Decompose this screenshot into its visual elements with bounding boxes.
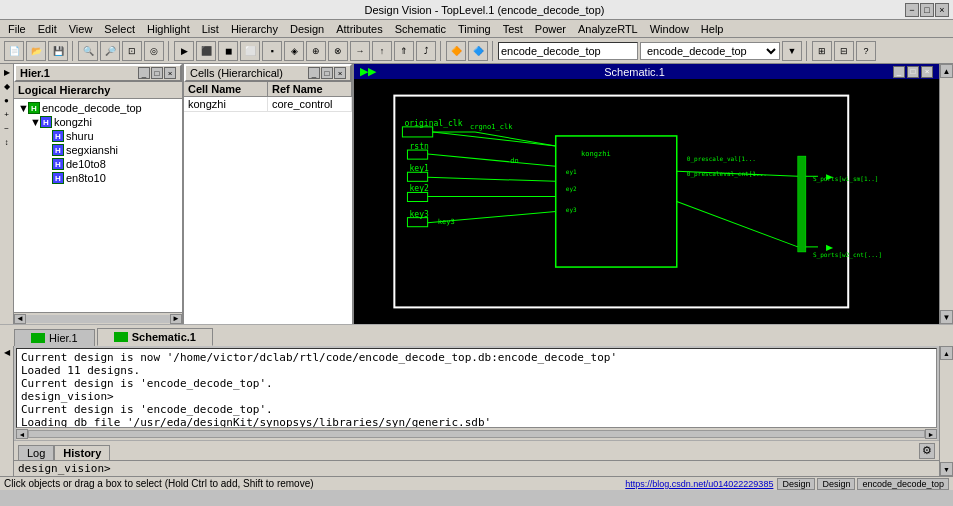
hscroll-right-btn[interactable]: ► [925,429,937,439]
menu-power[interactable]: Power [529,22,572,36]
tb-btn15[interactable]: ⇑ [394,41,414,61]
tree-item-kongzhi[interactable]: ▼ H kongzhi [28,115,180,129]
tb-btn18[interactable]: 🔷 [468,41,488,61]
minimize-button[interactable]: − [905,3,919,17]
tb-btn8[interactable]: ⬜ [240,41,260,61]
tab-schematic[interactable]: Schematic.1 [97,328,213,346]
schematic-canvas[interactable]: original_clk rstn key1 key2 key3 kongzhi [354,79,939,324]
cells-minimize-btn[interactable]: _ [308,67,320,79]
tb-zoom-out[interactable]: 🔎 [100,41,120,61]
tb-new-btn[interactable]: 📄 [4,41,24,61]
status-design-btn-1[interactable]: Design [777,478,815,490]
tb-btn10[interactable]: ◈ [284,41,304,61]
col-ref-name[interactable]: Ref Name [268,82,352,96]
tb-btn17[interactable]: 🔶 [446,41,466,61]
hier-minimize-btn[interactable]: _ [138,67,150,79]
col-cell-name[interactable]: Cell Name [184,82,268,96]
close-button[interactable]: × [935,3,949,17]
hier-close-btn[interactable]: × [164,67,176,79]
menu-list[interactable]: List [196,22,225,36]
menu-hierarchy[interactable]: Hierarchy [225,22,284,36]
sidebar-icon-2[interactable]: ◆ [1,80,13,92]
hier-scroll-left[interactable]: ◄ [14,314,26,324]
tb-btn12[interactable]: ⊗ [328,41,348,61]
tb-btn9[interactable]: ▪ [262,41,282,61]
tb-btn19[interactable]: ▼ [782,41,802,61]
tb-btn6[interactable]: ⬛ [196,41,216,61]
schematic-minimize-btn[interactable]: _ [893,66,905,78]
expand-icon-5[interactable] [42,158,52,170]
tb-fit[interactable]: ⊡ [122,41,142,61]
right-scrollbar[interactable]: ▲ ▼ [939,64,953,324]
hier-panel-controls[interactable]: _ □ × [138,67,176,79]
menu-analyzertl[interactable]: AnalyzeRTL [572,22,644,36]
tree-item-shuru[interactable]: H shuru [40,129,180,143]
menu-window[interactable]: Window [644,22,695,36]
schematic-max-btn[interactable]: □ [907,66,919,78]
tb-btn21[interactable]: ⊟ [834,41,854,61]
tb-btn16[interactable]: ⤴ [416,41,436,61]
hier-max-btn[interactable]: □ [151,67,163,79]
schematic-close-btn[interactable]: × [921,66,933,78]
expand-icon-4[interactable] [42,144,52,156]
sidebar-icon-3[interactable]: ● [1,94,13,106]
sidebar-icon-6[interactable]: ↕ [1,136,13,148]
menu-edit[interactable]: Edit [32,22,63,36]
tb-btn7[interactable]: ◼ [218,41,238,61]
design-name-input[interactable] [498,42,638,60]
console-output[interactable]: Current design is now '/home/victor/dcla… [16,348,937,428]
design-dropdown[interactable]: encode_decode_top [640,42,780,60]
expand-icon-3[interactable] [42,130,52,142]
tab-hier[interactable]: Hier.1 [14,329,95,346]
tb-save-btn[interactable]: 💾 [48,41,68,61]
cells-row-1[interactable]: kongzhi core_control [184,97,352,112]
vscroll-up-btn[interactable]: ▲ [940,346,953,360]
console-vscroll[interactable]: ▲ ▼ [939,346,953,476]
sidebar-icon-4[interactable]: + [1,108,13,120]
tb-open-btn[interactable]: 📂 [26,41,46,61]
tb-btn14[interactable]: ↑ [372,41,392,61]
sidebar-icon-1[interactable]: ▶ [1,66,13,78]
cells-close-btn[interactable]: × [334,67,346,79]
menu-view[interactable]: View [63,22,99,36]
status-design-name-btn[interactable]: encode_decode_top [857,478,949,490]
menu-attributes[interactable]: Attributes [330,22,388,36]
tb-btn20[interactable]: ⊞ [812,41,832,61]
menu-test[interactable]: Test [497,22,529,36]
tb-btn11[interactable]: ⊕ [306,41,326,61]
tb-btn13[interactable]: → [350,41,370,61]
hier-scroll-right[interactable]: ► [170,314,182,324]
menu-help[interactable]: Help [695,22,730,36]
scroll-down-btn[interactable]: ▼ [940,310,953,324]
tree-item-segxianshi[interactable]: H segxianshi [40,143,180,157]
menu-file[interactable]: File [2,22,32,36]
expand-icon-6[interactable] [42,172,52,184]
tb-btn4[interactable]: ◎ [144,41,164,61]
menu-schematic[interactable]: Schematic [389,22,452,36]
tree-item-encode-decode[interactable]: ▼ H encode_decode_top [16,101,180,115]
menu-timing[interactable]: Timing [452,22,497,36]
menu-highlight[interactable]: Highlight [141,22,196,36]
tb-help-btn[interactable]: ? [856,41,876,61]
schematic-controls[interactable]: _ □ × [893,66,933,78]
console-gear-btn[interactable]: ⚙ [919,443,935,459]
expand-icon-2[interactable]: ▼ [30,116,40,128]
console-side-icon[interactable]: ◀ [4,348,10,357]
hscroll-left-btn[interactable]: ◄ [16,429,28,439]
tab-history[interactable]: History [54,445,110,460]
status-design-btn-2[interactable]: Design [817,478,855,490]
tree-item-en8to10[interactable]: H en8to10 [40,171,180,185]
tree-item-de10to8[interactable]: H de10to8 [40,157,180,171]
window-controls[interactable]: − □ × [905,3,949,17]
console-hscroll[interactable]: ◄ ► [16,428,937,440]
tb-zoom-in[interactable]: 🔍 [78,41,98,61]
tb-btn5[interactable]: ▶ [174,41,194,61]
scroll-up-btn[interactable]: ▲ [940,64,953,78]
menu-design[interactable]: Design [284,22,330,36]
sidebar-icon-5[interactable]: − [1,122,13,134]
expand-icon-1[interactable]: ▼ [18,102,28,114]
menu-select[interactable]: Select [98,22,141,36]
vscroll-down-btn[interactable]: ▼ [940,462,953,476]
cells-max-btn[interactable]: □ [321,67,333,79]
maximize-button[interactable]: □ [920,3,934,17]
